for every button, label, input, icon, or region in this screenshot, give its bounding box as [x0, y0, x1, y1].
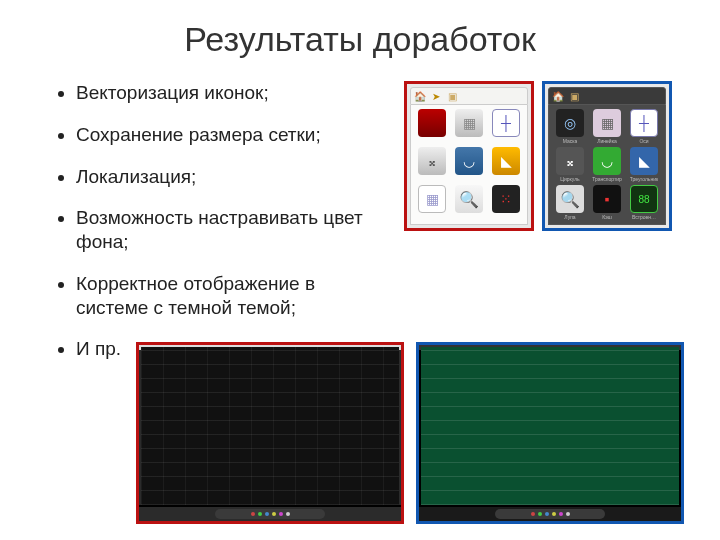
graph-icon: ┼	[630, 109, 658, 137]
tile-ruler: ▦Линейка	[590, 109, 624, 144]
panel-old: 🏠 ➤ ▣ ▦ ┼ 𝄪 ◡ ◣ ▦ 🔍 ⁙	[404, 81, 534, 231]
triangle-icon: ◣	[492, 147, 520, 175]
screen-comparison	[136, 342, 684, 524]
protractor-icon: ◡	[455, 147, 483, 175]
color-swatch	[545, 512, 549, 516]
panel-new-toolbar: 🏠 ▣	[548, 87, 666, 105]
color-swatch	[265, 512, 269, 516]
color-swatch	[552, 512, 556, 516]
panel-old-toolbar: 🏠 ➤ ▣	[410, 87, 528, 105]
tile-protractor: ◡Транспортир	[590, 147, 624, 182]
tile-loupe: 🔍	[452, 185, 486, 220]
mask-icon: ◎	[556, 109, 584, 137]
ruler-icon: ▦	[455, 109, 483, 137]
bullet-item: Корректное отображение в системе с темно…	[76, 272, 386, 320]
screen-dark-theme	[416, 342, 684, 524]
panel-new-grid: ◎Маска ▦Линейка ┼Оси 𝄪Циркуль ◡Транспорт…	[548, 105, 666, 225]
tile-triangle: ◣	[489, 147, 523, 182]
tile-ruler: ▦	[452, 109, 486, 144]
dice-icon: ⁙	[492, 185, 520, 213]
bullet-item: Сохранение размера сетки;	[76, 123, 386, 147]
tile-paper: ▦	[415, 185, 449, 220]
bottom-toolbar	[139, 507, 401, 521]
protractor-icon: ◡	[593, 147, 621, 175]
compass-icon: 𝄪	[556, 147, 584, 175]
color-swatch	[286, 512, 290, 516]
bullet-item: Локализация;	[76, 165, 386, 189]
tile-curtain	[415, 109, 449, 144]
tile-compass: 𝄪	[415, 147, 449, 182]
slide-title: Результаты доработок	[48, 20, 672, 59]
color-swatch	[272, 512, 276, 516]
tile-graph: ┼Оси	[627, 109, 661, 144]
tool-tray	[495, 509, 605, 519]
tile-dice: ⁙	[489, 185, 523, 220]
bottom-toolbar	[419, 507, 681, 521]
screen-light-theme	[136, 342, 404, 524]
icon-panels: 🏠 ➤ ▣ ▦ ┼ 𝄪 ◡ ◣ ▦ 🔍 ⁙	[404, 81, 672, 379]
color-swatch	[258, 512, 262, 516]
loupe-icon: 🔍	[455, 185, 483, 213]
home-icon: 🏠	[414, 90, 426, 102]
color-swatch	[566, 512, 570, 516]
cache-icon: ▪	[593, 185, 621, 213]
triangle-icon: ◣	[630, 147, 658, 175]
tile-cache: ▪Кэш	[590, 185, 624, 220]
color-swatch	[531, 512, 535, 516]
tool-tray	[215, 509, 325, 519]
body-row: Векторизация иконок; Сохранение размера …	[48, 81, 672, 379]
tile-loupe: 🔍Лупа	[553, 185, 587, 220]
home-icon: 🏠	[552, 90, 564, 102]
arrow-icon: ➤	[430, 90, 442, 102]
tile-mask: ◎Маска	[553, 109, 587, 144]
curtain-icon	[418, 109, 446, 137]
panel-old-grid: ▦ ┼ 𝄪 ◡ ◣ ▦ 🔍 ⁙	[410, 105, 528, 225]
slide: Результаты доработок Векторизация иконок…	[0, 0, 720, 540]
panel-new: 🏠 ▣ ◎Маска ▦Линейка ┼Оси 𝄪Циркуль ◡Транс…	[542, 81, 672, 231]
tile-compass: 𝄪Циркуль	[553, 147, 587, 182]
tile-protractor: ◡	[452, 147, 486, 182]
paper-icon: ▦	[418, 185, 446, 213]
folder-icon: ▣	[568, 90, 580, 102]
graph-icon: ┼	[492, 109, 520, 137]
folder-icon: ▣	[446, 90, 458, 102]
color-swatch	[538, 512, 542, 516]
tile-graph: ┼	[489, 109, 523, 144]
compass-icon: 𝄪	[418, 147, 446, 175]
bullet-item: Возможность настравивать цвет фона;	[76, 206, 386, 254]
timer-icon: 88	[630, 185, 658, 213]
tile-timer: 88Встроен…	[627, 185, 661, 220]
color-swatch	[279, 512, 283, 516]
canvas-green	[421, 347, 679, 505]
color-swatch	[251, 512, 255, 516]
loupe-icon: 🔍	[556, 185, 584, 213]
bullet-item: Векторизация иконок;	[76, 81, 386, 105]
bullet-list: Векторизация иконок; Сохранение размера …	[48, 81, 386, 379]
tile-triangle: ◣Треугольник	[627, 147, 661, 182]
color-swatch	[559, 512, 563, 516]
canvas-black	[141, 347, 399, 505]
ruler-icon: ▦	[593, 109, 621, 137]
